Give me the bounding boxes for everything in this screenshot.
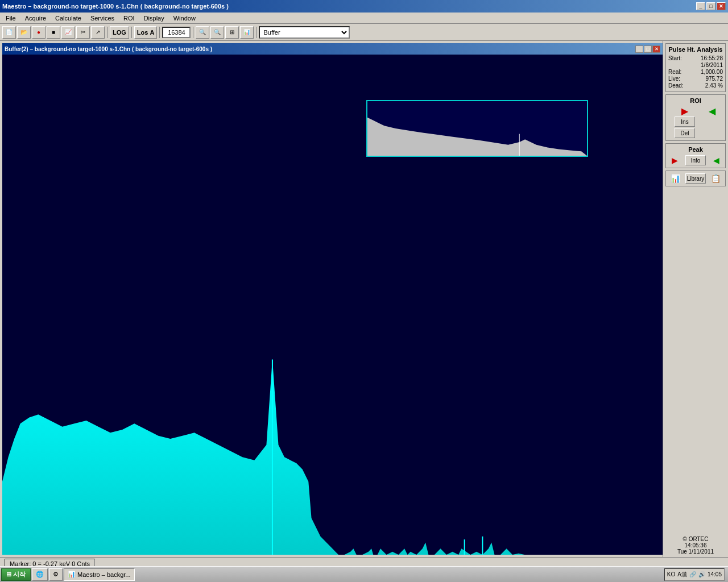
main-container: Buffer(2) – background-no target-1000 s-…: [0, 41, 728, 557]
taskbar: ⊞ 시작 🌐 ⚙ 📊 Maestro – backgr... KO A漢 🔗 🔊…: [0, 566, 728, 582]
menu-calculate[interactable]: Calculate: [51, 14, 86, 23]
spectrum-maximize[interactable]: □: [644, 45, 652, 53]
start-value: 16:55:28: [701, 55, 723, 61]
start-button[interactable]: ⊞ 시작: [1, 568, 31, 581]
maximize-button[interactable]: □: [706, 2, 715, 10]
menu-bar: File Acquire Calculate Services ROI Disp…: [0, 13, 728, 24]
info-button[interactable]: Info: [685, 155, 706, 165]
menu-window[interactable]: Window: [169, 14, 200, 23]
peak-title: Peak: [668, 146, 723, 153]
roi-left-group: ▶ Ins Del: [675, 106, 695, 138]
clock: 14:05: [708, 571, 722, 577]
toolbar: 📄 📂 ● ■ 📈 ✂ ↗ LOG Los A 🔍 🔍 ⊞ 📊 Buffer: [0, 24, 728, 41]
separator-4: [193, 27, 193, 38]
library-chart-icon: 📊: [671, 174, 680, 183]
spectrum-title-buttons: _ □ ✕: [635, 45, 660, 53]
app-title: Maestro – background-no target-1000 s-1.…: [2, 3, 229, 10]
library-button[interactable]: Library: [685, 173, 706, 184]
close-button[interactable]: ✕: [717, 2, 726, 10]
roi-buttons: ▶ Ins Del ◀: [668, 106, 723, 138]
spectrum-title: Buffer(2) – background-no target-1000 s-…: [5, 46, 212, 52]
a-label: A: [150, 29, 154, 36]
cursor-button[interactable]: ↗: [91, 26, 105, 39]
maestro-label: Maestro – backgr...: [77, 571, 131, 578]
library-section: 📊 Library 📋: [665, 171, 726, 186]
gear-icon: ⚙: [53, 571, 59, 578]
new-button[interactable]: 📄: [2, 26, 16, 39]
separator-2: [131, 27, 132, 38]
ortec-label: © ORTEC: [665, 536, 726, 542]
overview-chart: [367, 101, 587, 156]
real-value: 1,000.00: [701, 69, 723, 75]
roi-right-group: ◀: [708, 106, 717, 138]
roi-left-arrow-icon: ▶: [680, 106, 689, 115]
windows-logo-icon: ⊞: [6, 571, 11, 578]
roi-right-arrow-icon: ◀: [708, 106, 717, 115]
svg-marker-4: [367, 118, 587, 156]
graph-button[interactable]: 📈: [61, 26, 75, 39]
maestro-icon: 📊: [68, 571, 76, 578]
live-value: 975.72: [705, 76, 723, 82]
volume-icon: 🔊: [698, 571, 705, 577]
channel-input[interactable]: [162, 27, 191, 38]
roi-title: ROI: [668, 97, 723, 104]
spectrum-minimize[interactable]: _: [635, 45, 643, 53]
live-label: Live:: [668, 76, 680, 82]
ortec-date: Tue 1/11/2011: [665, 548, 726, 555]
fit-button[interactable]: ⊞: [225, 26, 239, 39]
peak-right-icon: ◀: [713, 156, 719, 165]
log-button[interactable]: LOG: [110, 26, 129, 39]
open-button[interactable]: 📂: [17, 26, 31, 39]
peak-section: Peak ▶ Info ◀: [665, 143, 726, 168]
los-button[interactable]: Los A: [134, 26, 158, 39]
buffer-dropdown[interactable]: Buffer: [259, 26, 350, 39]
stop-button[interactable]: ■: [47, 26, 60, 39]
minimize-button[interactable]: _: [696, 2, 705, 10]
network-icon: 🔗: [689, 571, 696, 577]
taskbar-maestro[interactable]: 📊 Maestro – backgr...: [64, 568, 135, 581]
spectrum-canvas[interactable]: [2, 55, 663, 555]
lang-indicator: KO: [667, 571, 675, 577]
menu-roi[interactable]: ROI: [119, 14, 139, 23]
menu-services[interactable]: Services: [86, 14, 119, 23]
menu-acquire[interactable]: Acquire: [20, 14, 51, 23]
lang2-indicator: A漢: [677, 571, 687, 579]
taskbar-gear[interactable]: ⚙: [49, 568, 63, 581]
pulse-analysis-section: Pulse Ht. Analysis Start: 16:55:28 1/6/2…: [665, 43, 726, 92]
dead-value: 2.43 %: [705, 82, 723, 89]
start-label: 시작: [13, 570, 26, 579]
zoom-button[interactable]: ✂: [76, 26, 90, 39]
system-tray: KO A漢 🔗 🔊 14:05: [664, 568, 725, 581]
ortec-time: 14:05:36: [665, 542, 726, 548]
library-right-icon: 📋: [711, 174, 721, 183]
zoom-in-button[interactable]: 🔍: [196, 26, 209, 39]
record-button[interactable]: ●: [32, 26, 46, 39]
los-label: Los: [137, 29, 148, 36]
spectrum-close[interactable]: ✕: [652, 45, 660, 53]
taskbar-right: KO A漢 🔗 🔊 14:05: [664, 568, 727, 581]
dead-label: Dead:: [668, 82, 684, 89]
overview-box: [366, 100, 588, 157]
taskbar-ie[interactable]: 🌐: [32, 568, 48, 581]
separator-1: [107, 27, 107, 38]
real-label: Real:: [668, 69, 681, 75]
right-panel: Pulse Ht. Analysis Start: 16:55:28 1/6/2…: [663, 41, 728, 557]
menu-display[interactable]: Display: [139, 14, 169, 23]
peak-left-icon: ▶: [672, 156, 678, 165]
title-bar-buttons: _ □ ✕: [696, 2, 726, 10]
start-label: Start:: [668, 55, 682, 61]
live-row: Live: 975.72: [668, 76, 723, 82]
dead-row: Dead: 2.43 %: [668, 82, 723, 89]
start-date: 1/6/2011: [701, 62, 723, 68]
menu-file[interactable]: File: [1, 14, 20, 23]
ins-button[interactable]: Ins: [675, 117, 695, 127]
ortec-info: © ORTEC 14:05:36 Tue 1/11/2011: [665, 536, 726, 555]
start-date-row: 1/6/2011: [668, 62, 723, 68]
separator-5: [256, 27, 257, 38]
del-button[interactable]: Del: [675, 128, 695, 138]
roi-section: ROI ▶ Ins Del ◀: [665, 94, 726, 141]
real-row: Real: 1,000.00: [668, 69, 723, 75]
chart-button[interactable]: 📊: [240, 26, 254, 39]
zoom-out-button[interactable]: 🔍: [210, 26, 224, 39]
separator-3: [159, 27, 160, 38]
